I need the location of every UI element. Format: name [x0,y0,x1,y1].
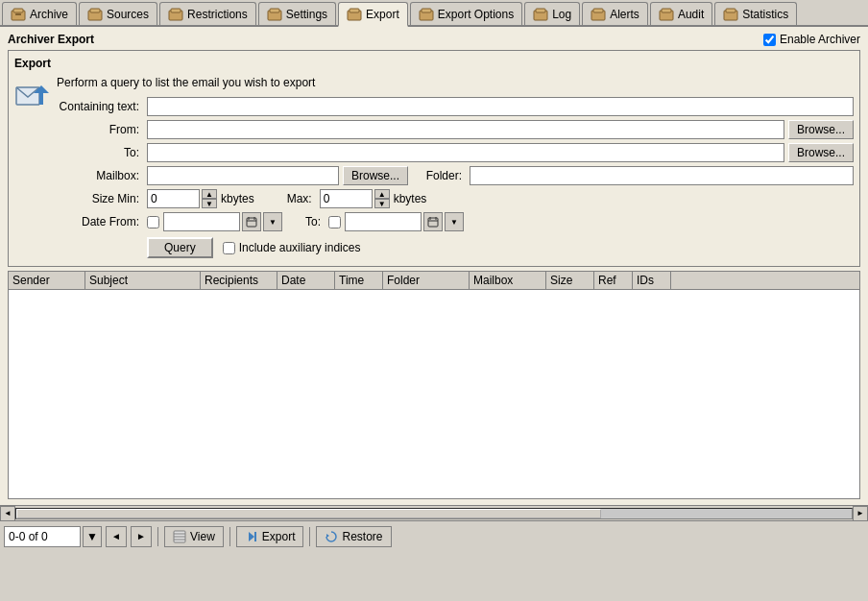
size-min-up-button[interactable]: ▲ [202,189,217,199]
svg-rect-8 [270,9,279,12]
size-min-wrap: 0 ▲ ▼ kbytes [147,189,254,208]
view-icon [173,530,186,543]
view-button[interactable]: View [164,526,224,547]
size-min-down-button[interactable]: ▼ [202,199,217,208]
svg-rect-6 [171,9,181,12]
col-recipients: Recipients [201,272,277,289]
tab-audit[interactable]: Audit [650,2,712,25]
nav-next-button[interactable]: ► [131,526,152,547]
tab-statistics-label: Statistics [742,8,788,21]
aux-indices-checkbox[interactable] [223,242,235,254]
svg-marker-35 [249,532,254,541]
restrictions-icon [168,7,183,22]
from-row: From: Browse... [57,120,854,139]
size-min-label: Size Min: [57,192,143,205]
aux-indices-text: Include auxiliary indices [239,241,361,254]
from-input[interactable] [147,120,784,139]
pager-wrap: ▼ [4,526,102,547]
mailbox-input[interactable] [147,166,339,185]
size-max-down-button[interactable]: ▼ [374,199,390,208]
svg-rect-2 [15,13,21,15]
tab-log-label: Log [552,8,571,21]
enable-archiver-label[interactable]: Enable Archiver [763,33,860,46]
col-ref: Ref [594,272,633,289]
enable-archiver-text: Enable Archiver [780,33,860,46]
results-body [9,290,859,492]
sources-icon [87,7,103,22]
results-section: Sender Subject Recipients Date Time Fold… [8,271,860,499]
size-min-kbytes-label: kbytes [221,192,254,205]
date-from-cal-button[interactable] [242,212,261,231]
alerts-icon [591,7,606,22]
mailbox-browse-button[interactable]: Browse... [343,166,408,185]
size-max-label: Max: [277,192,316,205]
col-ids: IDs [633,272,671,289]
folder-label: Folder: [418,169,466,182]
tab-settings[interactable]: Settings [258,2,336,25]
mailbox-folder-row: Mailbox: Browse... Folder: [57,166,854,185]
containing-text-input[interactable] [147,97,854,116]
toolbar-separator-2 [229,527,230,546]
scroll-track[interactable] [15,508,853,519]
tab-audit-label: Audit [678,8,704,21]
restore-button[interactable]: Restore [316,526,391,547]
tab-export[interactable]: Export [338,2,408,27]
horizontal-scrollbar[interactable]: ◄ ► [0,505,868,520]
query-button[interactable]: Query [147,237,213,258]
enable-archiver-checkbox[interactable] [763,34,776,46]
export-form: Perform a query to list the email you wi… [57,76,854,260]
date-from-checkbox[interactable] [147,216,159,228]
col-size: Size [546,272,594,289]
export-action-icon [245,530,258,543]
tab-restrictions[interactable]: Restrictions [159,2,256,25]
svg-rect-16 [593,9,603,12]
tab-log[interactable]: Log [524,2,580,25]
to-browse-button[interactable]: Browse... [788,143,854,162]
tab-alerts[interactable]: Alerts [582,2,648,25]
tab-alerts-label: Alerts [610,8,639,21]
size-max-input[interactable]: 0 [320,189,373,208]
to-input[interactable] [147,143,784,162]
from-browse-button[interactable]: Browse... [788,120,854,139]
svg-rect-20 [726,9,735,12]
pager-input[interactable] [4,526,81,547]
toolbar-separator-1 [157,527,158,546]
tab-export-label: Export [366,8,399,21]
svg-rect-1 [13,9,23,12]
svg-rect-18 [662,9,671,12]
tab-sources[interactable]: Sources [79,2,157,25]
pager-dropdown-button[interactable]: ▼ [83,526,102,547]
tab-statistics[interactable]: Statistics [714,2,797,25]
size-row: Size Min: 0 ▲ ▼ kbytes Max: 0 ▲ [57,189,854,208]
log-icon [533,7,548,22]
mailbox-label: Mailbox: [57,169,143,182]
size-min-input[interactable]: 0 [147,189,200,208]
size-max-up-button[interactable]: ▲ [374,189,390,199]
date-to-cal-button[interactable] [423,212,443,231]
date-from-input[interactable]: 30/11/2017 [163,212,240,231]
date-from-dropdown-button[interactable]: ▼ [263,212,282,231]
restore-label: Restore [342,530,382,543]
svg-rect-4 [90,9,100,12]
export-action-button[interactable]: Export [236,526,304,547]
export-inner: Perform a query to list the email you wi… [14,76,854,260]
from-label: From: [57,123,143,136]
date-to-input[interactable]: 30/11/2017 [345,212,422,231]
col-subject: Subject [85,272,201,289]
folder-input[interactable] [470,166,854,185]
col-date: Date [277,272,335,289]
tab-export-options-label: Export Options [438,8,514,21]
date-to-label: To: [296,215,325,228]
tab-archive[interactable]: Archive [2,2,77,25]
size-max-wrap: 0 ▲ ▼ kbytes [320,189,427,208]
scroll-left-button[interactable]: ◄ [0,506,15,521]
tab-export-options[interactable]: Export Options [410,2,522,25]
date-to-checkbox[interactable] [328,216,341,228]
date-to-dropdown-button[interactable]: ▼ [445,212,464,231]
aux-indices-label[interactable]: Include auxiliary indices [223,241,361,254]
nav-prev-button[interactable]: ◄ [106,526,127,547]
main-content: Archiver Export Enable Archiver Export P… [0,27,868,505]
scroll-right-button[interactable]: ► [853,506,868,521]
scroll-thumb[interactable] [16,509,601,518]
archive-icon [11,7,26,22]
